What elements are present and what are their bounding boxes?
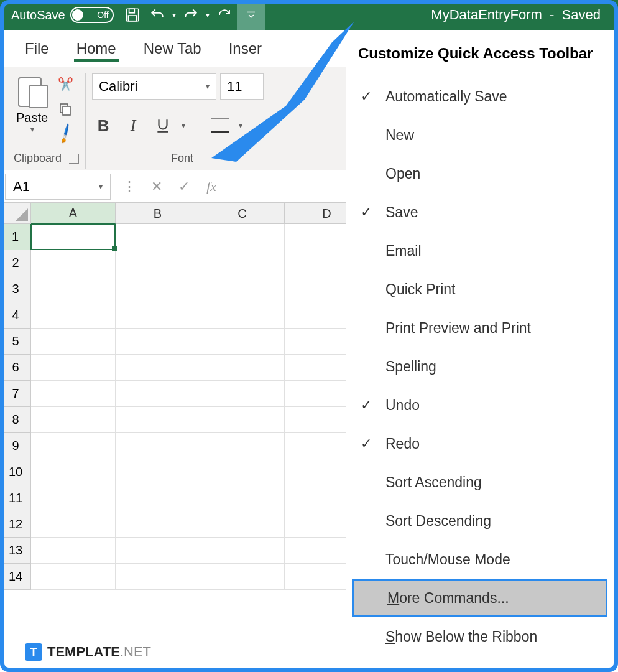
cell[interactable] xyxy=(116,485,200,511)
menu-item[interactable]: New xyxy=(352,116,607,154)
row-header[interactable]: 1 xyxy=(0,224,31,250)
row-header[interactable]: 13 xyxy=(0,538,31,564)
cancel-formula-button[interactable]: ✕ xyxy=(143,174,170,200)
name-box[interactable]: A1▾ xyxy=(5,174,111,200)
cell[interactable] xyxy=(116,564,200,590)
cell[interactable] xyxy=(116,302,200,329)
menu-item[interactable]: Quick Print xyxy=(352,270,607,309)
column-header[interactable]: C xyxy=(200,203,285,224)
cell[interactable] xyxy=(116,381,200,407)
bold-button[interactable]: B xyxy=(92,114,114,137)
cell[interactable] xyxy=(200,355,285,381)
cell[interactable] xyxy=(116,276,200,302)
redo-button[interactable] xyxy=(178,2,203,27)
cell[interactable] xyxy=(31,302,116,329)
cell[interactable] xyxy=(31,511,116,538)
cut-button[interactable]: ✂️ xyxy=(54,73,76,95)
menu-item[interactable]: ✓Save xyxy=(352,193,607,231)
customize-qat-button[interactable] xyxy=(237,0,265,30)
cell[interactable] xyxy=(31,433,116,459)
row-header[interactable]: 6 xyxy=(0,355,31,381)
cell[interactable] xyxy=(31,407,116,433)
fill-color-button[interactable] xyxy=(250,114,272,137)
refresh-button[interactable] xyxy=(212,2,237,27)
cell[interactable] xyxy=(31,355,116,381)
accept-formula-button[interactable]: ✓ xyxy=(170,174,198,200)
cell[interactable] xyxy=(200,538,285,564)
cell[interactable] xyxy=(116,250,200,276)
cell[interactable] xyxy=(31,538,116,564)
undo-dropdown-icon[interactable]: ▾ xyxy=(170,2,178,27)
chevron-down-icon[interactable]: ▾ xyxy=(239,121,242,130)
autosave-control[interactable]: AutoSave Off xyxy=(5,7,120,23)
format-painter-button[interactable]: 🖌️ xyxy=(54,123,76,144)
row-header[interactable]: 9 xyxy=(0,433,31,459)
cell[interactable] xyxy=(200,276,285,302)
fx-button[interactable]: fx xyxy=(198,174,225,200)
cell[interactable] xyxy=(200,407,285,433)
cell[interactable] xyxy=(116,459,200,485)
menu-item[interactable]: Spelling xyxy=(352,347,607,386)
cell[interactable] xyxy=(31,485,116,511)
cell[interactable] xyxy=(116,329,200,355)
cell[interactable] xyxy=(200,485,285,511)
row-header[interactable]: 7 xyxy=(0,381,31,407)
cell[interactable] xyxy=(116,511,200,538)
borders-button[interactable] xyxy=(209,114,231,137)
row-header[interactable]: 5 xyxy=(0,329,31,355)
redo-dropdown-icon[interactable]: ▾ xyxy=(203,2,212,27)
chevron-down-icon[interactable]: ▾ xyxy=(182,121,185,130)
dialog-launcher-icon[interactable] xyxy=(69,154,79,164)
cell[interactable] xyxy=(31,250,116,276)
undo-button[interactable] xyxy=(145,2,170,27)
menu-item[interactable]: Print Preview and Print xyxy=(352,309,607,347)
row-header[interactable]: 14 xyxy=(0,564,31,590)
menu-item[interactable]: ✓Redo xyxy=(352,424,607,463)
cell[interactable] xyxy=(200,564,285,590)
cell[interactable] xyxy=(31,381,116,407)
cell[interactable] xyxy=(31,564,116,590)
underline-button[interactable] xyxy=(152,114,174,137)
cell[interactable] xyxy=(200,459,285,485)
menu-item[interactable]: Sort Ascending xyxy=(352,463,607,502)
autosave-toggle[interactable]: Off xyxy=(70,7,114,23)
menu-item[interactable]: ✓Automatically Save xyxy=(352,77,607,116)
cell[interactable] xyxy=(31,459,116,485)
tab-file[interactable]: File xyxy=(11,34,63,63)
cell[interactable] xyxy=(200,433,285,459)
font-size-select[interactable]: 11 xyxy=(220,73,264,100)
menu-item[interactable]: Sort Descending xyxy=(352,502,607,540)
font-name-select[interactable]: Calibri▾ xyxy=(92,73,216,100)
cell[interactable] xyxy=(116,433,200,459)
cell[interactable] xyxy=(116,407,200,433)
menu-item-show-below[interactable]: Show Below the Ribbon xyxy=(352,617,607,656)
cell[interactable] xyxy=(116,538,200,564)
tab-newtab[interactable]: New Tab xyxy=(130,34,215,63)
menu-item-more-commands[interactable]: More Commands... xyxy=(352,579,607,617)
row-header[interactable]: 11 xyxy=(0,485,31,511)
cell[interactable] xyxy=(200,302,285,329)
save-button[interactable] xyxy=(120,2,145,27)
menu-item[interactable]: Touch/Mouse Mode xyxy=(352,540,607,579)
row-header[interactable]: 10 xyxy=(0,459,31,485)
row-header[interactable]: 8 xyxy=(0,407,31,433)
cell[interactable] xyxy=(200,250,285,276)
menu-item[interactable]: Open xyxy=(352,154,607,193)
row-header[interactable]: 3 xyxy=(0,276,31,302)
cell[interactable] xyxy=(200,511,285,538)
menu-item[interactable]: Email xyxy=(352,231,607,270)
cell[interactable] xyxy=(31,224,116,250)
column-header[interactable]: B xyxy=(116,203,200,224)
cell[interactable] xyxy=(31,276,116,302)
column-header[interactable]: A xyxy=(31,203,116,224)
tab-insert[interactable]: Inser xyxy=(215,34,275,63)
tab-home[interactable]: Home xyxy=(63,34,130,63)
italic-button[interactable]: I xyxy=(122,114,144,137)
cell[interactable] xyxy=(116,355,200,381)
row-header[interactable]: 4 xyxy=(0,302,31,329)
row-header[interactable]: 2 xyxy=(0,250,31,276)
paste-button[interactable]: Paste ▾ xyxy=(16,73,48,134)
cell[interactable] xyxy=(200,329,285,355)
cell[interactable] xyxy=(31,329,116,355)
cell[interactable] xyxy=(200,224,285,250)
